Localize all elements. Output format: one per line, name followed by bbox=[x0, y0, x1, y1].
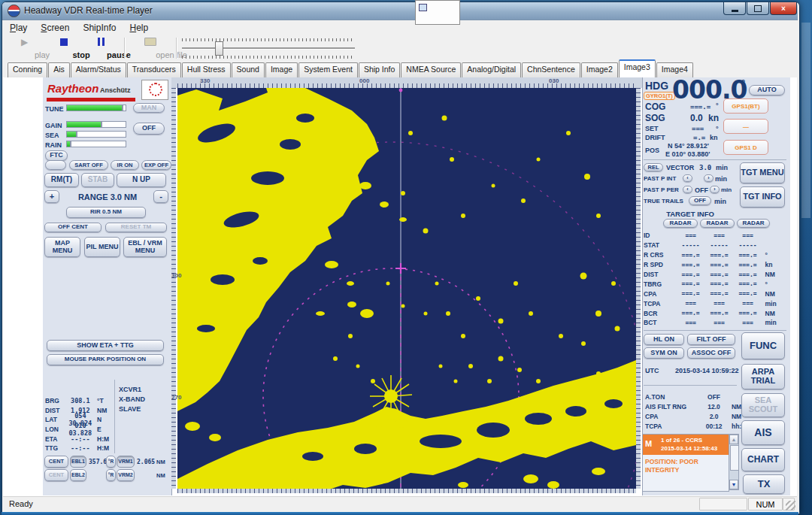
vector-label: VECTOR bbox=[666, 164, 694, 171]
gain-slider[interactable] bbox=[66, 121, 126, 128]
timeline-slider-track[interactable] bbox=[182, 47, 355, 50]
tab-hull-stress[interactable]: Hull Stress bbox=[182, 62, 231, 77]
cent1-button[interactable]: CENT bbox=[44, 456, 68, 468]
range-minus-button[interactable]: - bbox=[153, 190, 168, 203]
tune-slider[interactable] bbox=[66, 105, 126, 111]
tab-image2[interactable]: Image2 bbox=[581, 62, 618, 77]
table-row: BCT=========min bbox=[644, 318, 786, 328]
ebl-vrm-menu-button[interactable]: EBL / VRM MENU bbox=[123, 237, 167, 257]
close-button[interactable]: × bbox=[770, 2, 797, 15]
rain-slider[interactable] bbox=[66, 141, 126, 147]
ftc-button[interactable]: FTC bbox=[45, 150, 68, 161]
bearing-scale-left bbox=[171, 88, 176, 489]
tab-image[interactable]: Image bbox=[265, 62, 298, 77]
filt-off-button[interactable]: FILT OFF bbox=[687, 334, 735, 345]
alarm-scrollbar[interactable]: ▲ ▼ bbox=[729, 434, 739, 490]
assoc-off-button[interactable]: ASSOC OFF bbox=[687, 347, 735, 359]
tab-conning[interactable]: Conning bbox=[8, 62, 47, 77]
sea-slider[interactable] bbox=[66, 131, 126, 138]
resize-grip[interactable] bbox=[786, 501, 795, 510]
show-eta-ttg-button[interactable]: SHOW ETA + TTG bbox=[47, 340, 164, 351]
pause-icon bbox=[98, 38, 100, 46]
pil-menu-button[interactable]: PIL MENU bbox=[84, 237, 120, 257]
menu-help[interactable]: Help bbox=[123, 21, 155, 35]
pause-button[interactable]: pause bbox=[84, 35, 119, 61]
sea-scout-button[interactable]: SEA SCOUT bbox=[741, 393, 785, 417]
stab-button[interactable]: STAB bbox=[81, 173, 114, 187]
ais-button[interactable]: AIS bbox=[741, 420, 785, 445]
stop-button[interactable]: stop bbox=[47, 35, 81, 61]
status-num: NUM bbox=[748, 498, 783, 510]
tab-transducers[interactable]: Transducers bbox=[127, 62, 181, 77]
tab-sound[interactable]: Sound bbox=[232, 62, 265, 77]
past-int-spin-right[interactable]: › bbox=[704, 174, 714, 182]
maximize-button[interactable] bbox=[747, 2, 769, 15]
minimize-icon bbox=[732, 10, 738, 12]
vrm2-button[interactable]: VRM2 bbox=[117, 469, 135, 481]
tx-button[interactable]: TX bbox=[743, 474, 785, 494]
radar-ppi[interactable] bbox=[177, 88, 636, 489]
ir-on-button[interactable]: IR ON bbox=[111, 160, 139, 170]
tgt-info-button[interactable]: TGT INFO bbox=[740, 186, 785, 208]
range-plus-button[interactable]: + bbox=[44, 190, 59, 203]
tab-image3[interactable]: Image3 bbox=[619, 59, 656, 77]
tab-ship-info[interactable]: Ship Info bbox=[359, 62, 400, 77]
past-int-spin-left[interactable]: ‹ bbox=[683, 174, 692, 182]
gps-mid-button[interactable]: — bbox=[723, 119, 768, 134]
ebl1-deg-button[interactable]: °R bbox=[106, 456, 116, 468]
blank-filter-button[interactable] bbox=[45, 160, 66, 170]
scroll-down-icon[interactable]: ▼ bbox=[729, 480, 738, 489]
cent2-button[interactable]: CENT bbox=[44, 469, 68, 481]
ebl2-deg-button[interactable]: °R bbox=[106, 469, 116, 481]
open-file-button[interactable]: open file bbox=[129, 35, 171, 61]
map-menu-button[interactable]: MAP MENU bbox=[44, 237, 80, 257]
mouse-park-button[interactable]: MOUSE PARK POSITION ON bbox=[47, 354, 164, 365]
timeline-slider-thumb[interactable] bbox=[215, 41, 223, 56]
scrollbar-thumb[interactable] bbox=[730, 445, 739, 471]
vrm1-button[interactable]: VRM1 bbox=[117, 456, 135, 468]
sart-off-button[interactable]: SART OFF bbox=[69, 160, 108, 170]
play-button[interactable]: ▶ play bbox=[8, 35, 42, 61]
ebl1-button[interactable]: EBL1 bbox=[70, 456, 86, 468]
north-up-button[interactable]: N UP bbox=[117, 173, 166, 187]
sym-on-button[interactable]: SYM ON bbox=[644, 347, 684, 359]
chart-button[interactable]: CHART bbox=[741, 448, 785, 471]
utc-value: 2015-03-14 10:59:22 bbox=[675, 367, 739, 374]
reset-tm-button[interactable]: RESET TM bbox=[105, 223, 167, 232]
tab-alarm-status[interactable]: Alarm/Status bbox=[71, 62, 126, 77]
ebl2-button[interactable]: EBL2 bbox=[70, 469, 86, 481]
tab-analog-digital[interactable]: Analog/Digital bbox=[462, 62, 521, 77]
tab-system-event[interactable]: System Event bbox=[298, 62, 358, 77]
menu-shipinfo[interactable]: ShipInfo bbox=[76, 21, 123, 35]
radar-source-button-3[interactable]: RADAR bbox=[737, 219, 770, 228]
past-per-spin-right[interactable]: › bbox=[710, 186, 720, 193]
minimize-button[interactable] bbox=[723, 2, 746, 15]
gps1-bt-button[interactable]: GPS1(BT) bbox=[723, 98, 768, 114]
rir-button[interactable]: RIR 0.5 NM bbox=[66, 207, 146, 218]
tgt-menu-button[interactable]: TGT MENU bbox=[740, 162, 785, 183]
hl-on-button[interactable]: HL ON bbox=[644, 334, 684, 345]
func-button[interactable]: FUNC bbox=[741, 332, 785, 359]
arpa-trial-button[interactable]: ARPA TRIAL bbox=[741, 364, 785, 389]
auto-button[interactable]: AUTO bbox=[749, 85, 785, 95]
man-button[interactable]: MAN bbox=[133, 103, 165, 113]
exp-off-button[interactable]: EXP OFF bbox=[141, 160, 171, 170]
tab-ais[interactable]: Ais bbox=[48, 62, 70, 77]
rel-vector-button[interactable]: REL bbox=[644, 163, 663, 171]
rm-button[interactable]: RM(T) bbox=[44, 173, 79, 187]
menu-screen[interactable]: Screen bbox=[34, 21, 76, 35]
gps1-d-button[interactable]: GPS1 D bbox=[723, 140, 768, 155]
tab-nmea-source[interactable]: NMEA Source bbox=[401, 62, 461, 77]
tab-chnsentence[interactable]: ChnSentence bbox=[522, 62, 580, 77]
off-cent-button[interactable]: OFF CENT bbox=[44, 223, 102, 232]
radar-source-button-1[interactable]: RADAR bbox=[663, 219, 698, 228]
radar-source-button-2[interactable]: RADAR bbox=[700, 219, 735, 228]
past-per-spin-left[interactable]: ‹ bbox=[683, 186, 692, 193]
off-button[interactable]: OFF bbox=[133, 123, 165, 135]
desktop: { "window": { "title": "Headway VDR Real… bbox=[0, 0, 812, 515]
alarm-list[interactable]: M 1 of 26 - CCRS 2015-03-14 12:58:43 POS… bbox=[642, 434, 729, 492]
menu-play[interactable]: Play bbox=[3, 21, 34, 35]
scroll-up-icon[interactable]: ▲ bbox=[729, 435, 738, 444]
true-trails-off-button[interactable]: OFF bbox=[689, 196, 711, 205]
brand-bar bbox=[47, 98, 135, 101]
